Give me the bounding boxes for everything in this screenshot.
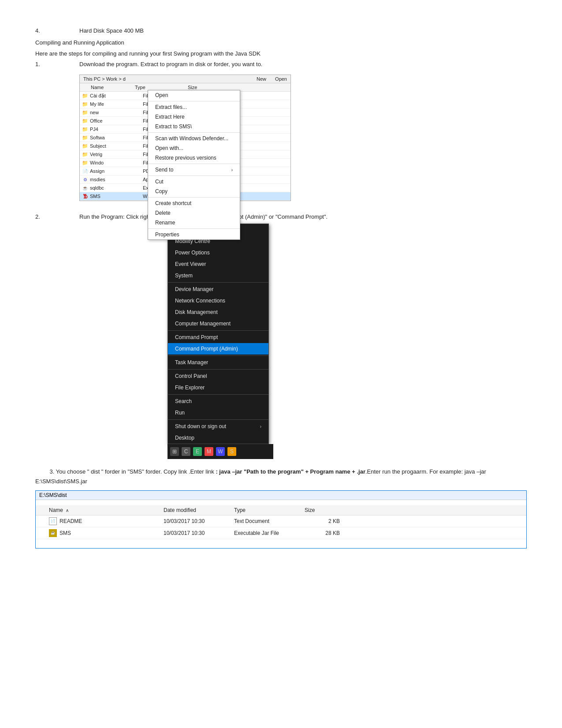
ctx-scan[interactable]: Scan with Windows Defender... [148,134,240,143]
ctx-extract-sms[interactable]: Extract to SMS\ [148,122,240,131]
header-type: Type [135,85,188,90]
tm-network[interactable]: Network Connections [168,295,268,306]
header-date: Date modified [164,507,234,513]
ctx-restore[interactable]: Restore previous versions [148,153,240,163]
ctx-separator1 [148,101,240,101]
taskbar-icon2[interactable]: E [193,447,202,456]
exe-icon: ⚙ [82,176,88,183]
pdf-icon: 📄 [82,168,88,174]
tm-explorer[interactable]: File Explorer [168,382,268,393]
step1-text: Download the program. Extract to program… [79,61,527,67]
tm-computer[interactable]: Computer Management [168,318,268,329]
step2-number: 2. [35,213,79,220]
item4-text: Hard Disk Space 400 MB [79,26,527,36]
toolbar-new[interactable]: New [257,76,266,82]
tm-shutdown[interactable]: Shut down or sign out › [168,421,268,432]
step2-text: Run the Program: Click right Window choo… [79,213,527,220]
jar-icon: ☕ [82,185,88,191]
table-row[interactable]: 📄 README 10/03/2017 10:30 Text Document … [36,515,526,527]
ctx-properties[interactable]: Properties [148,230,240,239]
spacer [36,500,526,505]
row-name: sqldbc [90,185,143,190]
header-name: Name [82,85,135,90]
tm-separator4 [168,369,268,370]
row-name: PJ4 [90,127,143,132]
tm-cmd-admin[interactable]: Command Prompt (Admin) [168,343,268,355]
compiling-heading: Compiling and Running Application [35,38,527,48]
folder-icon: 📁 [82,109,88,116]
taskbar-icon3[interactable]: M [205,447,213,456]
tm-desktop[interactable]: Desktop [168,432,268,444]
row-name: Vetrig [90,152,143,157]
taskbar-strip: ⊞ C E M W S [167,444,273,459]
ctx-delete[interactable]: Delete [148,208,240,218]
header-size: Size [188,85,223,90]
bottom-explorer: E:\SMS\dist Name ∧ Date modified Type Si… [35,490,527,549]
taskbar-icon5[interactable]: S [227,447,236,456]
ctx-send-to[interactable]: Send to› [148,165,240,175]
ctx-separator2 [148,132,240,133]
row-name: Cài đặt [90,93,143,99]
row-name: SMS [90,194,143,199]
ctx-copy[interactable]: Copy [148,187,240,196]
header-type: Type [234,507,305,513]
readme-icon: 📄 [49,517,57,525]
tm-power[interactable]: Power Options [168,247,268,258]
step1-line: 1. Download the program. Extract to prog… [35,61,527,67]
tm-event[interactable]: Event Viewer [168,258,268,270]
folder-icon: 📁 [82,151,88,157]
start-icon[interactable]: ⊞ [170,447,179,456]
step3-bold: : java –jar "Path to the program" + Prog… [216,468,365,475]
tm-search[interactable]: Search [168,396,268,407]
tm-separator3 [168,355,268,356]
ctx-open[interactable]: Open [148,90,240,100]
tm-device[interactable]: Device Manager [168,284,268,295]
bottom-path-bar: E:\SMS\dist [36,491,526,500]
folder-icon: 📁 [82,160,88,166]
taskbar-icon4[interactable]: W [216,447,225,456]
bottom-spacer [36,539,526,548]
folder-icon: 📁 [82,134,88,141]
item4-line: 4. Hard Disk Space 400 MB [35,26,527,36]
table-row[interactable]: ☕ SMS 10/03/2017 10:30 Executable Jar Fi… [36,527,526,539]
tm-separator2 [168,330,268,331]
tm-disk[interactable]: Disk Management [168,306,268,318]
ctx-open-with[interactable]: Open with... [148,143,240,153]
step2-line: 2. Run the Program: Click right Window c… [35,213,527,220]
ctx-create-shortcut[interactable]: Create shortcut [148,198,240,208]
tm-control[interactable]: Control Panel [168,370,268,382]
row-size: 28 KB [305,530,340,536]
tm-task[interactable]: Task Manager [168,357,268,368]
folder-icon: 📁 [82,126,88,132]
row-type: Text Document [234,518,305,524]
item4-number: 4. [35,26,79,36]
bottom-header: Name ∧ Date modified Type Size [36,505,526,515]
breadcrumb-path: This PC > Work > d [83,76,126,82]
row-name: Office [90,118,143,123]
tm-cmd[interactable]: Command Prompt [168,332,268,343]
folder-icon: 📁 [82,101,88,107]
ctx-extract-files[interactable]: Extract files... [148,102,240,112]
row-name: 📄 README [49,517,164,525]
tm-run[interactable]: Run [168,407,268,418]
explorer-toolbar: This PC > Work > d New Open [80,75,290,83]
ctx-extract-here[interactable]: Extract Here [148,112,240,122]
arrow-icon: › [260,424,261,429]
row-name: ☕ SMS [49,529,164,537]
tm-system[interactable]: System [168,270,268,281]
ctx-rename[interactable]: Rename [148,218,240,228]
tm-separator6 [168,419,268,420]
taskbar-icon1[interactable]: C [182,447,190,456]
toolbar-open[interactable]: Open [275,76,287,82]
intro-text: Here are the steps for compiling and run… [35,49,527,59]
tm-separator5 [168,394,268,395]
document-body: 4. Hard Disk Space 400 MB Compiling and … [35,26,527,549]
sort-icon: ∧ [66,508,69,513]
taskbar-context-menu: Programs and Features Mobility Centre Po… [167,224,269,444]
ctx-cut[interactable]: Cut [148,177,240,187]
row-name: Subject [90,143,143,149]
ctx-separator4 [148,175,240,176]
tm-separator1 [168,282,268,283]
row-size: 2 KB [305,518,340,524]
step1-number: 1. [35,61,79,67]
